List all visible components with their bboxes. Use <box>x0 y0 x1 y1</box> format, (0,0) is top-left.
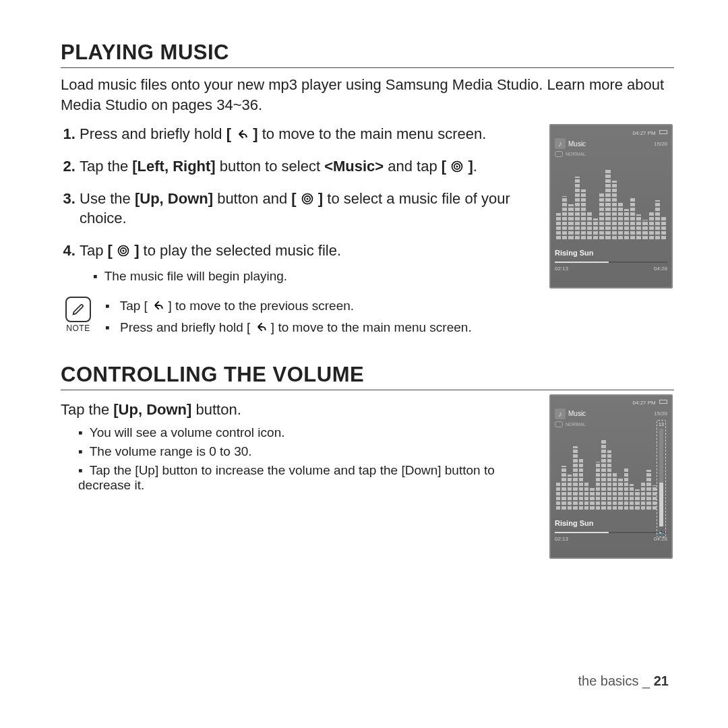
device-progress-bar <box>555 532 667 533</box>
device-eq-mode: NORMAL <box>566 152 586 156</box>
device-clock: 04:27 PM <box>633 400 656 406</box>
device-track-counter: 15/20 <box>654 141 667 147</box>
volume-bullet-3: Tap the [Up] button to increase the volu… <box>78 463 529 493</box>
page-footer: the basics _ 21 <box>578 673 669 689</box>
note-label: NOTE <box>61 324 96 333</box>
device-spectrum <box>555 439 667 510</box>
device-time-total: 04:28 <box>654 266 667 272</box>
back-arrow-icon <box>254 320 268 334</box>
page-number: 21 <box>654 673 669 688</box>
device-eq-mode: NORMAL <box>566 422 586 427</box>
repeat-icon <box>555 151 563 157</box>
pencil-note-icon <box>65 297 91 322</box>
device-spectrum <box>555 169 667 239</box>
music-note-icon: ♪ <box>555 408 566 419</box>
step-1: Press and briefly hold [ ] to move to th… <box>80 124 529 144</box>
select-target-icon <box>450 160 464 173</box>
repeat-icon <box>555 421 563 427</box>
battery-icon <box>659 400 667 404</box>
section-title-playing-music: PLAYING MUSIC <box>61 40 674 68</box>
steps-list: Press and briefly hold [ ] to move to th… <box>61 124 529 284</box>
step-4-sub-bullet: The music file will begin playing. <box>93 268 529 285</box>
device-clock: 04:27 PM <box>633 130 656 136</box>
back-arrow-icon <box>235 127 249 141</box>
note-bullet-1: Tap [ ] to move to the previous screen. <box>105 297 472 315</box>
device-volume-level: 13 <box>659 422 664 427</box>
music-note-icon: ♪ <box>555 138 566 149</box>
intro-paragraph: Load music files onto your new mp3 playe… <box>61 75 674 115</box>
select-target-icon <box>117 244 130 257</box>
note-block: NOTE Tap [ ] to move to the previous scr… <box>61 297 529 339</box>
device-app-title: Music <box>568 410 586 417</box>
device-time-elapsed: 02:13 <box>555 536 568 542</box>
step-3: Use the [Up, Down] button and [ ] to sel… <box>80 189 529 229</box>
device-volume-indicator: 13 🔈 <box>657 420 666 537</box>
device-screenshot-music: 04:27 PM ♪ Music 15/20 NORMAL Rising Sun <box>549 124 673 289</box>
step-4: Tap [ ] to play the selected music file.… <box>80 241 529 284</box>
back-arrow-icon <box>151 299 164 312</box>
note-bullet-2: Press and briefly hold [ ] to move to th… <box>105 318 472 337</box>
section-title-volume: CONTROLLING THE VOLUME <box>61 363 674 390</box>
device-time-elapsed: 02:13 <box>555 266 568 272</box>
select-target-icon <box>301 192 314 206</box>
step-2: Tap the [Left, Right] button to select <… <box>80 156 529 177</box>
device-app-title: Music <box>568 140 586 148</box>
device-screenshot-volume: 04:27 PM ♪ Music 15/20 NORMAL Risin <box>549 394 673 559</box>
device-track-title: Rising Sun <box>555 519 667 527</box>
device-track-counter: 15/20 <box>654 411 667 417</box>
volume-bullet-1: You will see a volume control icon. <box>78 425 529 440</box>
battery-icon <box>659 130 667 134</box>
svg-point-5 <box>306 198 308 200</box>
volume-lead: Tap the [Up, Down] button. <box>61 401 529 419</box>
volume-bullet-2: The volume range is 0 to 30. <box>78 444 529 459</box>
svg-point-2 <box>456 166 458 168</box>
device-track-title: Rising Sun <box>555 249 667 257</box>
speaker-icon: 🔈 <box>658 528 665 535</box>
device-progress-bar <box>555 262 667 263</box>
svg-point-8 <box>123 250 125 252</box>
